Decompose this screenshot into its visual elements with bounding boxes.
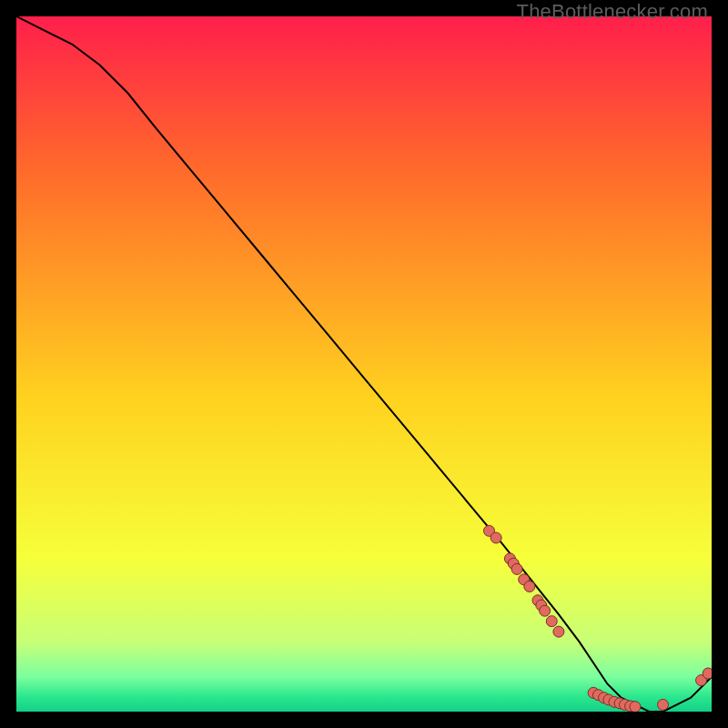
watermark-text: TheBottlenecker.com [517, 0, 708, 24]
chart-background [16, 16, 712, 712]
chart-area [16, 16, 712, 712]
data-marker [540, 605, 551, 616]
data-marker [546, 616, 557, 627]
data-marker [658, 699, 669, 710]
data-marker [703, 668, 712, 679]
bottleneck-chart [16, 16, 712, 712]
data-marker [511, 563, 522, 574]
data-marker [553, 626, 564, 637]
data-marker [524, 581, 535, 592]
data-marker [490, 532, 501, 543]
data-marker [630, 702, 641, 712]
